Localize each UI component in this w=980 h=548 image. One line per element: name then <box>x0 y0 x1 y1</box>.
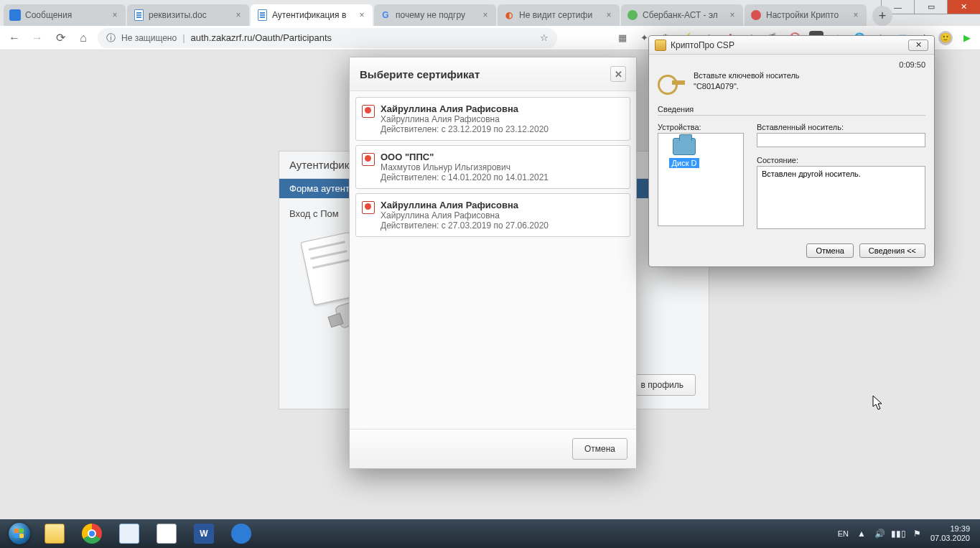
dialog-title: Выберите сертификат <box>360 68 480 80</box>
favicon-icon <box>256 9 268 21</box>
close-icon[interactable]: × <box>851 10 861 20</box>
certificate-icon <box>362 201 375 214</box>
csp-details-button[interactable]: Сведения << <box>859 243 925 258</box>
csp-cancel-button[interactable]: Отмена <box>806 243 853 258</box>
csp-close-button[interactable]: ✕ <box>908 40 928 51</box>
certificate-name: Хайруллина Алия Рафисовна <box>381 103 622 114</box>
taskbar-app-explorer[interactable] <box>37 521 72 546</box>
taskbar-app-generic[interactable] <box>149 521 184 546</box>
tab-label: реквизиты.doc <box>149 10 229 20</box>
avatar-icon[interactable]: 🙂 <box>938 31 953 45</box>
tab-label: Аутентификация в <box>272 10 353 20</box>
app-icon <box>655 40 666 51</box>
taskbar-app-word[interactable]: W <box>187 521 221 546</box>
certificate-list: Хайруллина Алия Рафисовна Хайруллина Али… <box>350 91 636 247</box>
reload-button[interactable]: ⟳ <box>52 29 69 47</box>
new-tab-button[interactable]: + <box>872 6 892 26</box>
favicon-icon <box>627 9 638 21</box>
csp-timer: 0:09:50 <box>658 60 925 69</box>
media-input[interactable] <box>757 133 925 147</box>
csp-title-text: КриптоПро CSP <box>671 40 734 50</box>
favicon-icon <box>133 9 144 21</box>
start-button[interactable] <box>4 521 34 546</box>
profile-button[interactable]: в профиль <box>629 374 696 396</box>
tab-cryptopro[interactable]: Настройки Крипто × <box>745 4 867 26</box>
certificate-icon <box>362 153 375 166</box>
state-box: Вставлен другой носитель. <box>757 166 925 229</box>
taskbar-clock[interactable]: 19:39 07.03.2020 <box>930 524 970 542</box>
taskbar-app-chrome[interactable] <box>75 521 109 546</box>
volume-icon[interactable]: 🔊 <box>874 528 886 539</box>
tab-google[interactable]: G почему не подгру × <box>374 4 496 26</box>
home-button[interactable]: ⌂ <box>75 29 92 47</box>
close-icon[interactable]: × <box>604 10 614 20</box>
tab-certificate[interactable]: ◐ Не видит сертифи × <box>498 4 620 26</box>
certificate-item[interactable]: Хайруллина Алия Рафисовна Хайруллина Али… <box>355 193 630 237</box>
taskbar-app-generic2[interactable] <box>224 521 258 546</box>
tab-label: почему не подгру <box>396 10 476 20</box>
windows-logo-icon <box>9 523 30 544</box>
devices-listbox[interactable]: Диск D <box>658 133 744 226</box>
back-button[interactable]: ← <box>6 29 23 47</box>
favicon-icon: ◐ <box>503 9 515 21</box>
csp-section-label: Сведения <box>658 105 925 113</box>
certificate-subject: Хайруллина Алия Рафисовна <box>381 210 622 220</box>
taskbar-app-notepad[interactable] <box>112 521 146 546</box>
certificate-subject: Махмутов Ильнур Ильгизярович <box>381 162 622 172</box>
state-text: Вставлен другой носитель. <box>762 169 861 178</box>
csp-message-line: "C801A079". <box>694 81 800 92</box>
drive-icon <box>673 138 696 155</box>
certificate-subject: Хайруллина Алия Рафисовна <box>381 114 622 124</box>
browser-tabstrip: Сообщения × реквизиты.doc × Аутентификац… <box>4 4 937 26</box>
info-icon: ⓘ <box>106 32 116 45</box>
tab-label: Настройки Крипто <box>766 10 846 20</box>
url-text: auth.zakazrf.ru/Oauth/Participants <box>191 32 332 43</box>
action-center-icon[interactable]: ⚑ <box>912 528 923 539</box>
tray-up-icon[interactable]: ▲ <box>856 528 867 539</box>
favicon-icon <box>9 9 21 21</box>
state-label: Состояние: <box>757 156 925 164</box>
language-indicator[interactable]: EN <box>838 529 849 538</box>
favicon-icon <box>750 9 762 21</box>
extension-icon[interactable]: ▦ <box>615 31 630 45</box>
device-item[interactable]: Диск D <box>663 138 706 168</box>
device-label: Диск D <box>669 158 700 168</box>
csp-message-line: Вставьте ключевой носитель <box>694 70 800 81</box>
tab-messages[interactable]: Сообщения × <box>4 4 126 26</box>
media-label: Вставленный носитель: <box>757 123 925 131</box>
certificate-name: Хайруллина Алия Рафисовна <box>381 200 622 210</box>
bookmark-icon[interactable]: ☆ <box>540 32 549 43</box>
network-icon[interactable]: ▮▮▯ <box>893 528 905 539</box>
key-icon <box>658 70 686 96</box>
tab-label: Сбербанк-АСТ - эл <box>643 10 723 20</box>
close-icon[interactable]: × <box>233 10 243 20</box>
close-icon[interactable]: × <box>110 10 120 20</box>
certificate-item[interactable]: ООО "ППС" Махмутов Ильнур Ильгизярович Д… <box>355 145 630 189</box>
extension-icon[interactable]: ▶ <box>960 31 974 45</box>
tab-sberbank[interactable]: Сбербанк-АСТ - эл × <box>621 4 743 26</box>
close-icon[interactable]: × <box>357 10 367 20</box>
window-close-button[interactable]: ✕ <box>947 0 980 14</box>
security-label: Не защищено <box>121 33 177 43</box>
close-icon[interactable]: × <box>480 10 490 20</box>
cancel-button[interactable]: Отмена <box>572 438 627 460</box>
cryptopro-dialog: КриптоПро CSP ✕ 0:09:50 Вставьте ключево… <box>648 35 935 267</box>
certificate-validity: Действителен: с 27.03.2019 по 27.06.2020 <box>381 220 622 231</box>
tab-label: Не видит сертифи <box>519 10 599 20</box>
certificate-icon <box>362 105 375 118</box>
close-icon[interactable]: × <box>727 10 737 20</box>
devices-label: Устройства: <box>658 123 744 131</box>
certificate-name: ООО "ППС" <box>381 152 622 162</box>
tab-auth[interactable]: Аутентификация в × <box>251 4 373 26</box>
tab-label: Сообщения <box>25 10 106 20</box>
certificate-dialog: Выберите сертификат ✕ Хайруллина Алия Ра… <box>349 57 637 469</box>
certificate-validity: Действителен: с 14.01.2020 по 14.01.2021 <box>381 172 622 182</box>
clock-time: 19:39 <box>930 524 970 534</box>
forward-button[interactable]: → <box>29 29 46 47</box>
certificate-item[interactable]: Хайруллина Алия Рафисовна Хайруллина Али… <box>355 97 630 141</box>
certificate-validity: Действителен: с 23.12.2019 по 23.12.2020 <box>381 124 622 134</box>
favicon-icon: G <box>380 9 391 21</box>
address-bar[interactable]: ⓘ Не защищено | auth.zakazrf.ru/Oauth/Pa… <box>98 28 557 48</box>
tab-rekvizity[interactable]: реквизиты.doc × <box>127 4 249 26</box>
dialog-close-button[interactable]: ✕ <box>610 66 626 82</box>
